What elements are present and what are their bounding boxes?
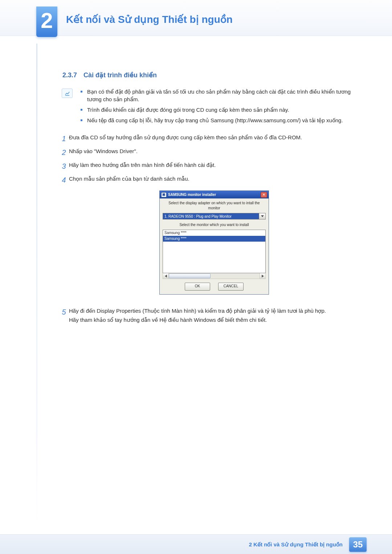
- scroll-track[interactable]: [169, 273, 260, 279]
- step-text: Đưa đĩa CD sổ tay hướng dẫn sử dụng được…: [69, 134, 359, 141]
- adapter-selected-value: 1. RADEON 9550 : Plug and Play Monitor: [163, 213, 259, 219]
- info-bullet-item: Bạn có thể đặt độ phân giải và tần số tố…: [81, 88, 359, 103]
- section-heading: 2.3.7Cài đặt trình điều khiển: [62, 71, 359, 80]
- step-text: Chọn mẫu sản phẩm của bạn từ danh sách m…: [69, 175, 359, 182]
- list-item-selected[interactable]: Samsung ****: [163, 236, 265, 242]
- step-number: 1: [59, 134, 69, 144]
- page-header: 2 Kết nối và Sử dụng Thiết bị nguồn: [0, 0, 392, 36]
- step-number: 3: [59, 161, 69, 171]
- step-body: Hãy đi đến Display Properties (Thuộc tín…: [69, 307, 359, 324]
- installer-dialog: ▣ SAMSUNG monitor installer × Select the…: [159, 190, 269, 295]
- step-number: 5: [59, 307, 69, 317]
- step-text: Hãy làm theo hướng dẫn trên màn hình để …: [69, 161, 359, 169]
- scroll-thumb[interactable]: [169, 274, 211, 278]
- ok-button[interactable]: OK: [185, 283, 210, 291]
- dialog-titlebar[interactable]: ▣ SAMSUNG monitor installer ×: [160, 191, 269, 198]
- chevron-left-icon: [165, 275, 167, 278]
- step-text: Nhấp vào "Windows Driver".: [69, 147, 359, 155]
- step-body: Chọn mẫu sản phẩm của bạn từ danh sách m…: [69, 175, 359, 303]
- dropdown-arrow-button[interactable]: [259, 213, 266, 219]
- step-item: 5 Hãy đi đến Display Properties (Thuộc t…: [59, 307, 359, 324]
- chapter-number-badge: 2: [36, 7, 57, 37]
- adapter-label: Select the display adapter on which you …: [163, 201, 266, 211]
- section-title: Cài đặt trình điều khiển: [83, 71, 157, 79]
- step-text-extra: Hãy tham khảo sổ tay hướng dẫn về Hệ điề…: [69, 316, 359, 324]
- monitor-listbox[interactable]: Samsung **** Samsung ****: [163, 230, 266, 273]
- adapter-combobox[interactable]: 1. RADEON 9550 : Plug and Play Monitor: [163, 213, 266, 219]
- list-item[interactable]: Samsung ****: [163, 230, 265, 236]
- step-number: 2: [59, 147, 69, 157]
- horizontal-scrollbar[interactable]: [163, 273, 266, 279]
- cancel-button[interactable]: CANCEL: [218, 283, 244, 291]
- info-bullet-item: Nếu tệp đã cung cấp bị lỗi, hãy truy cập…: [81, 116, 359, 124]
- section-number: 2.3.7: [62, 71, 77, 79]
- step-item: 3 Hãy làm theo hướng dẫn trên màn hình đ…: [59, 161, 359, 171]
- note-icon: [62, 89, 73, 98]
- info-note-block: Bạn có thể đặt độ phân giải và tần số tố…: [62, 88, 359, 127]
- close-button[interactable]: ×: [261, 192, 267, 198]
- scroll-right-button[interactable]: [260, 273, 265, 279]
- info-bullet-list: Bạn có thể đặt độ phân giải và tần số tố…: [81, 88, 359, 127]
- chapter-title: Kết nối và Sử dụng Thiết bị nguồn: [66, 12, 233, 26]
- chevron-right-icon: [262, 275, 264, 278]
- dialog-title-text: SAMSUNG monitor installer: [168, 192, 216, 197]
- content-area: 2.3.7Cài đặt trình điều khiển Bạn có thể…: [62, 36, 359, 324]
- info-bullet-item: Trình điều khiển cài đặt được đóng gói t…: [81, 106, 359, 114]
- step-number: 4: [59, 175, 69, 185]
- close-icon: ×: [263, 193, 265, 197]
- page: 2 Kết nối và Sử dụng Thiết bị nguồn 2.3.…: [0, 0, 392, 554]
- step-item: 1 Đưa đĩa CD sổ tay hướng dẫn sử dụng đư…: [59, 134, 359, 144]
- step-item: 4 Chọn mẫu sản phẩm của bạn từ danh sách…: [59, 175, 359, 303]
- page-number-badge: 35: [349, 537, 367, 552]
- steps-list: 1 Đưa đĩa CD sổ tay hướng dẫn sử dụng đư…: [59, 134, 359, 324]
- page-footer: 2 Kết nối và Sử dụng Thiết bị nguồn 35: [0, 534, 392, 554]
- monitor-label: Select the monitor which you want to ins…: [163, 222, 266, 227]
- step-text: Hãy đi đến Display Properties (Thuộc tín…: [69, 307, 359, 315]
- left-vertical-rule: [36, 44, 37, 526]
- footer-chapter-label: 2 Kết nối và Sử dụng Thiết bị nguồn: [249, 541, 343, 548]
- app-icon: ▣: [161, 192, 167, 197]
- step-item: 2 Nhấp vào "Windows Driver".: [59, 147, 359, 157]
- chevron-down-icon: [261, 215, 264, 217]
- scroll-left-button[interactable]: [163, 273, 169, 279]
